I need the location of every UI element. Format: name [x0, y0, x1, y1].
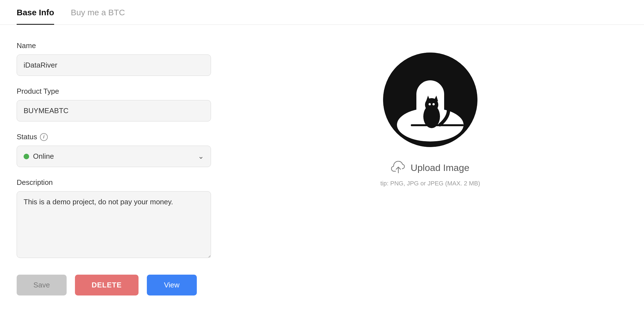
right-panel: Upload Image tip: PNG, JPG or JPEG (MAX.…: [233, 41, 627, 306]
status-select-left: Online: [24, 152, 54, 161]
name-group: Name: [17, 41, 211, 76]
avatar-svg: [383, 53, 477, 147]
page-container: Base Info Buy me a BTC Name Product Type…: [0, 0, 644, 323]
upload-cloud-icon: [391, 161, 406, 174]
name-label: Name: [17, 41, 211, 50]
left-panel: Name Product Type Status i Online: [17, 41, 211, 306]
description-group: Description This is a demo project, do n…: [17, 178, 211, 258]
status-label: Status i: [17, 133, 211, 141]
main-content: Name Product Type Status i Online: [0, 25, 644, 323]
button-row: Save DELETE View: [17, 275, 211, 295]
avatar: [383, 53, 477, 147]
upload-button[interactable]: Upload Image: [391, 161, 469, 174]
delete-button[interactable]: DELETE: [75, 275, 139, 295]
chevron-down-icon: ⌄: [198, 152, 204, 161]
status-select[interactable]: Online ⌄: [17, 146, 211, 167]
view-button[interactable]: View: [147, 275, 197, 295]
tabs-bar: Base Info Buy me a BTC: [0, 0, 644, 25]
name-input[interactable]: [17, 54, 211, 76]
status-online-dot: [24, 154, 29, 159]
tab-buy-me-btc[interactable]: Buy me a BTC: [71, 0, 125, 25]
upload-section: Upload Image tip: PNG, JPG or JPEG (MAX.…: [380, 161, 480, 187]
product-type-group: Product Type: [17, 87, 211, 121]
product-type-input[interactable]: [17, 100, 211, 121]
product-type-label: Product Type: [17, 87, 211, 96]
upload-tip: tip: PNG, JPG or JPEG (MAX. 2 MB): [380, 180, 480, 187]
description-label: Description: [17, 178, 211, 187]
description-textarea[interactable]: This is a demo project, do not pay your …: [17, 191, 211, 258]
save-button[interactable]: Save: [17, 275, 67, 295]
status-value: Online: [33, 152, 54, 161]
status-info-icon[interactable]: i: [40, 133, 48, 141]
svg-point-9: [432, 103, 435, 105]
status-group: Status i Online ⌄: [17, 133, 211, 167]
tab-base-info[interactable]: Base Info: [17, 0, 54, 25]
upload-label: Upload Image: [411, 162, 469, 173]
svg-rect-7: [411, 124, 464, 126]
svg-point-8: [429, 103, 431, 105]
